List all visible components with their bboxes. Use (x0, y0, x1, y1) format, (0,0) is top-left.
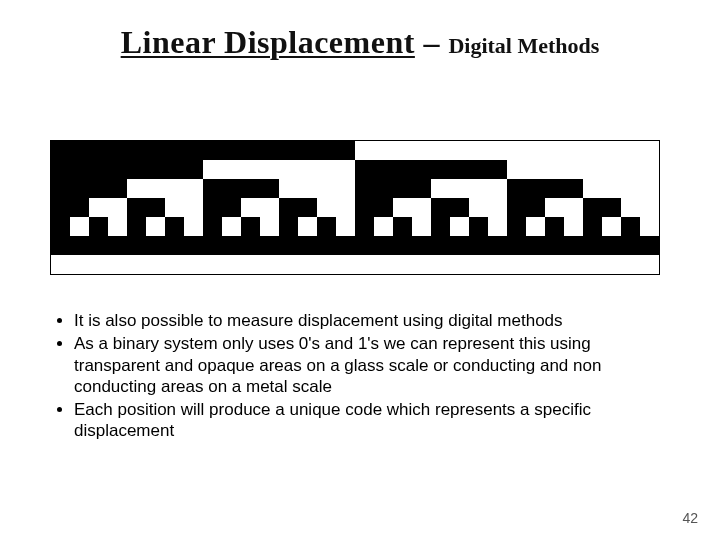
encoder-cell (336, 198, 355, 217)
encoder-cell (431, 255, 450, 274)
encoder-cell (374, 236, 393, 255)
page-number: 42 (682, 510, 698, 526)
encoder-cell (165, 255, 184, 274)
encoder-cell (450, 198, 469, 217)
encoder-cell (222, 160, 241, 179)
encoder-cell (203, 236, 222, 255)
encoder-cell (317, 198, 336, 217)
encoder-cell (469, 198, 488, 217)
encoder-cell (545, 179, 564, 198)
encoder-cell (241, 236, 260, 255)
encoder-cell (146, 160, 165, 179)
encoder-cell (165, 198, 184, 217)
encoder-cell (298, 217, 317, 236)
encoder-cell (393, 236, 412, 255)
encoder-cell (545, 198, 564, 217)
encoder-cell (70, 255, 89, 274)
encoder-cell (431, 236, 450, 255)
encoder-row (51, 217, 659, 236)
encoder-cell (241, 217, 260, 236)
encoder-cell (203, 160, 222, 179)
encoder-cell (51, 160, 70, 179)
encoder-cell (507, 236, 526, 255)
encoder-cell (602, 160, 621, 179)
encoder-cell (526, 160, 545, 179)
encoder-row (51, 198, 659, 217)
encoder-cell (222, 217, 241, 236)
encoder-cell (507, 198, 526, 217)
encoder-row (51, 160, 659, 179)
encoder-cell (526, 255, 545, 274)
encoder-cell (203, 198, 222, 217)
encoder-cell (545, 217, 564, 236)
encoder-cell (146, 141, 165, 160)
encoder-cell (412, 217, 431, 236)
encoder-cell (70, 179, 89, 198)
encoder-cell (621, 179, 640, 198)
encoder-cell (621, 236, 640, 255)
encoder-cell (355, 141, 374, 160)
encoder-cell (241, 179, 260, 198)
encoder-cell (70, 141, 89, 160)
encoder-cell (545, 160, 564, 179)
encoder-cell (279, 255, 298, 274)
encoder-cell (621, 255, 640, 274)
encoder-cell (640, 179, 659, 198)
encoder-cell (184, 255, 203, 274)
encoder-cell (146, 179, 165, 198)
encoder-cell (203, 141, 222, 160)
encoder-cell (279, 160, 298, 179)
encoder-cell (374, 217, 393, 236)
encoder-cell (431, 179, 450, 198)
encoder-cell (184, 236, 203, 255)
title-connector: – (415, 24, 449, 60)
encoder-cell (602, 141, 621, 160)
encoder-cell (260, 217, 279, 236)
encoder-cell (488, 236, 507, 255)
bullet-list: It is also possible to measure displacem… (50, 310, 670, 444)
encoder-cell (640, 141, 659, 160)
encoder-cell (355, 217, 374, 236)
encoder-cell (526, 198, 545, 217)
encoder-cell (488, 217, 507, 236)
encoder-cell (336, 217, 355, 236)
encoder-cell (393, 217, 412, 236)
encoder-cell (488, 179, 507, 198)
encoder-cell (393, 141, 412, 160)
encoder-cell (51, 217, 70, 236)
encoder-cell (564, 179, 583, 198)
encoder-cell (89, 179, 108, 198)
encoder-cell (127, 198, 146, 217)
encoder-cell (431, 198, 450, 217)
encoder-cell (184, 198, 203, 217)
encoder-cell (507, 179, 526, 198)
encoder-cell (108, 198, 127, 217)
encoder-row (51, 141, 659, 160)
encoder-cell (526, 179, 545, 198)
encoder-cell (469, 160, 488, 179)
encoder-cell (108, 217, 127, 236)
encoder-cell (355, 198, 374, 217)
encoder-cell (51, 236, 70, 255)
encoder-cell (298, 141, 317, 160)
encoder-cell (184, 160, 203, 179)
encoder-cell (89, 255, 108, 274)
bullet-item: Each position will produce a unique code… (74, 399, 670, 442)
encoder-cell (564, 236, 583, 255)
encoder-cell (222, 236, 241, 255)
encoder-cell (640, 255, 659, 274)
encoder-cell (602, 255, 621, 274)
encoder-cell (469, 141, 488, 160)
encoder-cell (127, 141, 146, 160)
encoder-cell (108, 160, 127, 179)
encoder-cell (583, 236, 602, 255)
encoder-cell (241, 255, 260, 274)
encoder-cell (260, 255, 279, 274)
encoder-cell (431, 217, 450, 236)
encoder-cell (640, 236, 659, 255)
encoder-cell (89, 141, 108, 160)
encoder-cell (564, 255, 583, 274)
encoder-cell (51, 141, 70, 160)
encoder-cell (450, 255, 469, 274)
bullet-item: It is also possible to measure displacem… (74, 310, 670, 331)
